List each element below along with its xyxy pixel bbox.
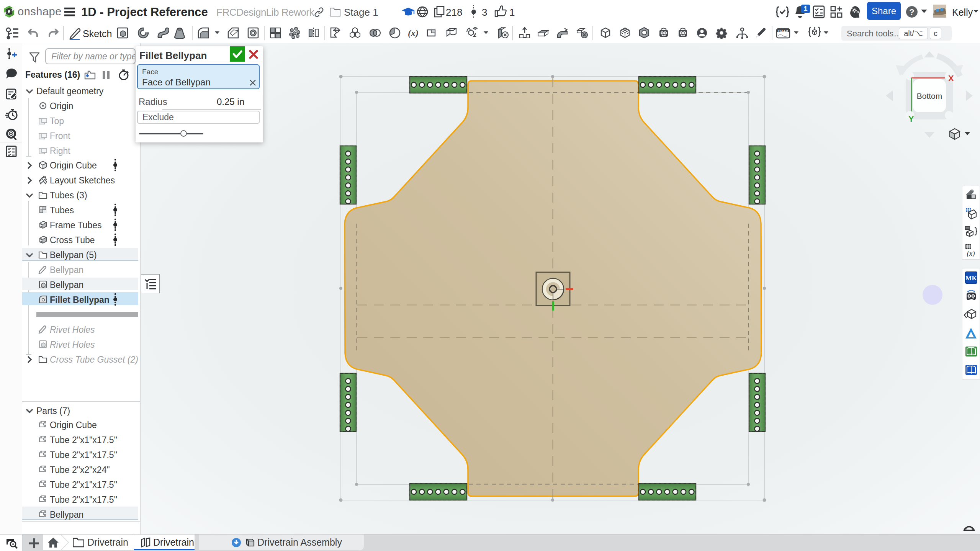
svg-text:1: 1 bbox=[803, 5, 807, 13]
svg-text:MK: MK bbox=[965, 275, 977, 282]
svg-text:?: ? bbox=[909, 7, 914, 17]
svg-text:HELLO: HELLO bbox=[778, 29, 788, 33]
svg-text:Bottom: Bottom bbox=[917, 92, 942, 100]
svg-text:(x): (x) bbox=[408, 28, 419, 38]
svg-text:Y: Y bbox=[908, 114, 914, 124]
svg-text:(x): (x) bbox=[967, 249, 975, 258]
svg-text:X: X bbox=[948, 74, 954, 83]
